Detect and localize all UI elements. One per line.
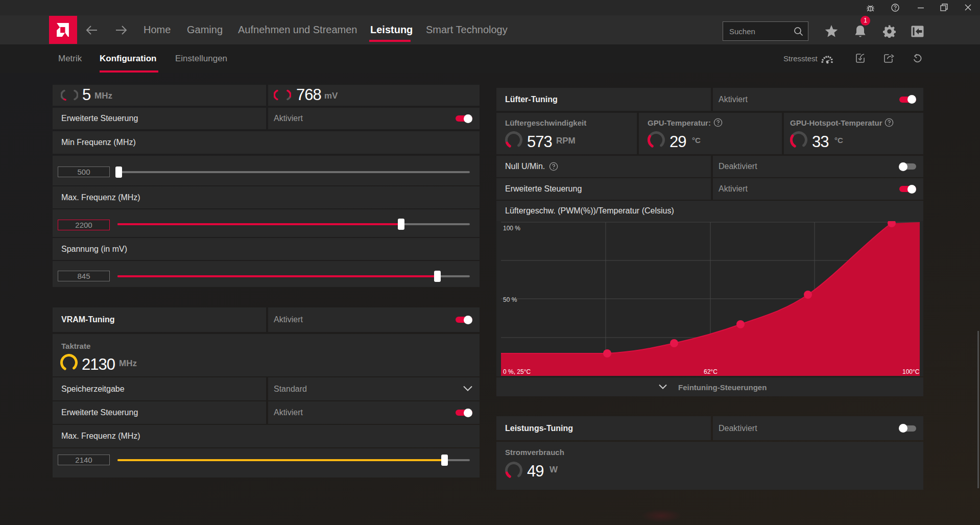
svg-text:100°C: 100°C (902, 368, 920, 375)
svg-text:0 %, 25°C: 0 %, 25°C (503, 368, 531, 375)
svg-text:100 %: 100 % (503, 225, 520, 232)
svg-text:62°C: 62°C (704, 368, 718, 375)
svg-text:50 %: 50 % (503, 296, 517, 303)
